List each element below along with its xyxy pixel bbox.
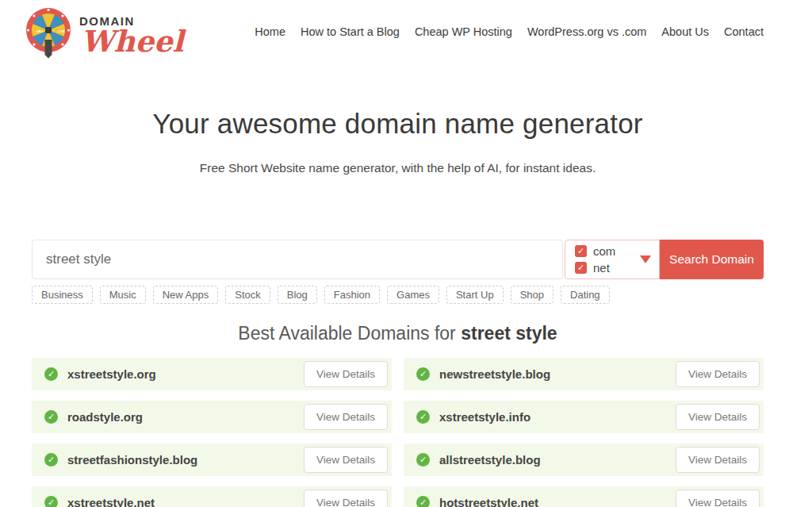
nav-link-how-to-start-a-blog[interactable]: How to Start a Blog <box>301 25 400 38</box>
logo-wheel-text: Wheel <box>81 29 184 54</box>
tld-checkbox-net[interactable]: ✓ <box>575 262 587 274</box>
available-check-icon: ✓ <box>416 496 430 507</box>
domain-name: streetfashionstyle.blog <box>67 453 197 467</box>
domainwheel-logo[interactable]: .COM .ORG DOMAIN Wheel <box>24 6 184 60</box>
domain-search-input[interactable] <box>32 240 563 279</box>
domain-name: allstreetstyle.blog <box>439 453 541 467</box>
available-check-icon: ✓ <box>44 367 58 381</box>
nav-link-cheap-wp-hosting[interactable]: Cheap WP Hosting <box>415 25 512 38</box>
page-title: Your awesome domain name generator <box>32 108 764 140</box>
result-row-xstreetstyle-info: ✓xstreetstyle.infoView Details <box>404 401 764 433</box>
result-row-newstreetstyle-blog: ✓newstreetstyle.blogView Details <box>404 358 764 390</box>
tag-pill-business[interactable]: Business <box>32 286 93 304</box>
nav-link-home[interactable]: Home <box>255 25 285 38</box>
view-details-button[interactable]: View Details <box>676 404 760 430</box>
main-nav: HomeHow to Start a BlogCheap WP HostingW… <box>255 6 764 38</box>
results-heading-prefix: Best Available Domains for <box>238 323 461 344</box>
tld-dropdown[interactable]: ✓com✓net <box>565 240 660 279</box>
domain-name: hotstreetstyle.net <box>439 496 538 507</box>
available-check-icon: ✓ <box>44 410 58 424</box>
view-details-button[interactable]: View Details <box>676 447 760 473</box>
results-heading-term: street style <box>461 323 557 344</box>
result-row-streetfashionstyle-blog: ✓streetfashionstyle.blogView Details <box>32 444 392 476</box>
wheel-logo-icon: .COM .ORG <box>24 6 73 60</box>
result-row-roadstyle-org: ✓roadstyle.orgView Details <box>32 401 392 433</box>
view-details-button[interactable]: View Details <box>304 447 388 473</box>
view-details-button[interactable]: View Details <box>304 404 388 430</box>
tag-pill-dating[interactable]: Dating <box>561 286 610 304</box>
tag-pill-start-up[interactable]: Start Up <box>446 286 504 304</box>
view-details-button[interactable]: View Details <box>676 361 760 387</box>
tag-pill-fashion[interactable]: Fashion <box>324 286 380 304</box>
nav-link-wordpress-org-vs-com[interactable]: WordPress.org vs .com <box>527 25 646 38</box>
tag-pill-new-apps[interactable]: New Apps <box>153 286 219 304</box>
tld-label-net: net <box>593 261 610 275</box>
tag-pill-games[interactable]: Games <box>387 286 439 304</box>
available-check-icon: ✓ <box>44 496 58 507</box>
available-check-icon: ✓ <box>44 453 58 467</box>
domain-name: roadstyle.org <box>67 410 143 424</box>
available-check-icon: ✓ <box>416 410 430 424</box>
result-row-xstreetstyle-net: ✓xstreetstyle.netView Details <box>32 486 392 507</box>
tld-label-com: com <box>593 244 615 258</box>
header: .COM .ORG DOMAIN Wheel HomeHow to St <box>32 0 764 60</box>
tag-pill-blog[interactable]: Blog <box>278 286 317 304</box>
results-heading: Best Available Domains for street style <box>32 323 764 344</box>
results-list: ✓xstreetstyle.orgView Details✓newstreets… <box>32 358 764 507</box>
tld-option-net: ✓net <box>575 261 640 275</box>
view-details-button[interactable]: View Details <box>304 490 388 507</box>
page-subtitle: Free Short Website name generator, with … <box>32 161 764 175</box>
tld-option-com: ✓com <box>575 244 640 258</box>
domain-name: xstreetstyle.org <box>67 367 156 381</box>
domain-name: xstreetstyle.net <box>67 496 155 507</box>
tag-pill-shop[interactable]: Shop <box>511 286 553 304</box>
nav-link-contact[interactable]: Contact <box>724 25 764 38</box>
nav-link-about-us[interactable]: About Us <box>661 25 709 38</box>
available-check-icon: ✓ <box>416 453 430 467</box>
logo-text: DOMAIN Wheel <box>79 6 184 54</box>
search-bar: ✓com✓net Search Domain <box>32 240 764 279</box>
view-details-button[interactable]: View Details <box>304 361 388 387</box>
tag-pill-music[interactable]: Music <box>100 286 146 304</box>
svg-text:.ORG: .ORG <box>36 30 43 33</box>
domain-name: xstreetstyle.info <box>439 410 530 424</box>
tag-suggestions: BusinessMusicNew AppsStockBlogFashionGam… <box>32 286 764 304</box>
domain-name: newstreetstyle.blog <box>439 367 550 381</box>
view-details-button[interactable]: View Details <box>676 490 760 507</box>
result-row-allstreetstyle-blog: ✓allstreetstyle.blogView Details <box>404 444 764 476</box>
svg-text:.COM: .COM <box>57 30 64 33</box>
dropdown-caret-icon[interactable] <box>640 255 651 263</box>
tag-pill-stock[interactable]: Stock <box>225 286 270 304</box>
available-check-icon: ✓ <box>416 367 430 381</box>
tld-checkbox-com[interactable]: ✓ <box>575 245 587 257</box>
search-domain-button[interactable]: Search Domain <box>660 240 764 279</box>
hero-section: Your awesome domain name generator Free … <box>32 108 764 175</box>
result-row-hotstreetstyle-net: ✓hotstreetstyle.netView Details <box>404 486 764 507</box>
result-row-xstreetstyle-org: ✓xstreetstyle.orgView Details <box>32 358 392 390</box>
